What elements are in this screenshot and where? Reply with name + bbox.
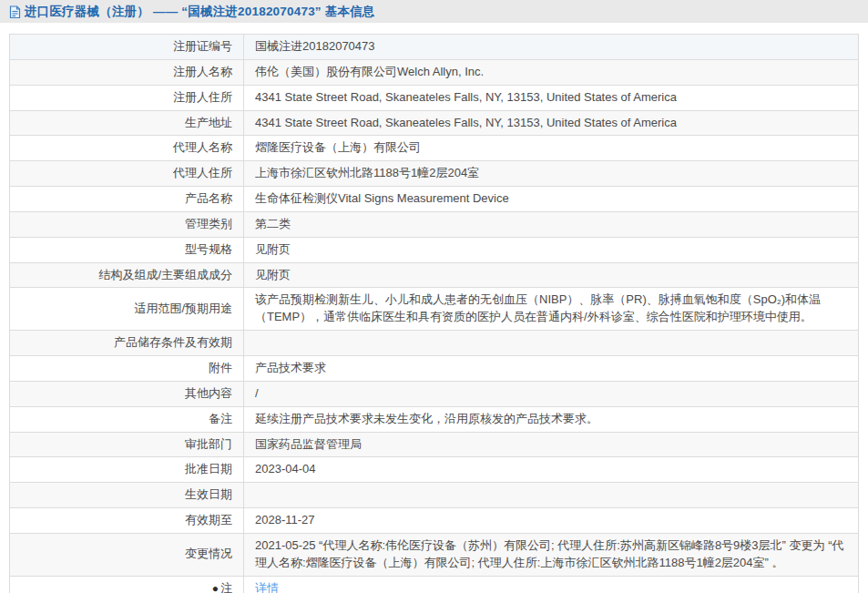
row-value: [244, 483, 859, 508]
row-label-note: ●注: [10, 576, 244, 593]
row-value: 产品技术要求: [244, 355, 859, 381]
row-label: 产品储存条件及有效期: [10, 331, 244, 356]
registration-info-table-wrap: 注册证编号 国械注进20182070473 注册人名称 伟伦（美国）股份有限公司…: [9, 34, 859, 593]
row-value: 伟伦（美国）股份有限公司Welch Allyn, Inc.: [244, 59, 859, 85]
row-value: 该产品预期检测新生儿、小儿和成人患者的无创血压（NIBP）、脉率（PR)、脉搏血…: [244, 288, 859, 331]
table-row: 结构及组成/主要组成成分 见附页: [10, 262, 859, 288]
row-label: 附件: [10, 355, 244, 381]
row-value: 第二类: [244, 211, 859, 237]
row-label: 注册证编号: [10, 35, 244, 60]
table-row: 其他内容 /: [10, 381, 859, 406]
row-label: 注册人名称: [10, 59, 244, 85]
row-value: 4341 State Street Road, Skaneateles Fall…: [244, 85, 859, 110]
registration-info-table: 注册证编号 国械注进20182070473 注册人名称 伟伦（美国）股份有限公司…: [9, 34, 859, 593]
row-value: 生命体征检测仪Vital Signs Measurement Device: [244, 187, 859, 212]
details-link[interactable]: 详情: [255, 581, 279, 593]
row-value: 见附页: [244, 262, 859, 288]
row-value: /: [244, 381, 859, 406]
row-value: 国家药品监督管理局: [244, 432, 859, 457]
table-row: 生效日期: [10, 483, 859, 508]
table-row: 型号规格 见附页: [10, 237, 859, 262]
row-label: 变更情况: [10, 533, 244, 576]
table-row: 附件 产品技术要求: [10, 355, 859, 381]
row-label: 代理人住所: [10, 161, 244, 187]
row-label: 注册人住所: [10, 85, 244, 110]
table-row: 代理人名称 熠隆医疗设备（上海）有限公司: [10, 136, 859, 161]
row-value: [244, 331, 859, 356]
table-row: 管理类别 第二类: [10, 211, 859, 237]
title-bar: 进口医疗器械（注册） —— “国械注进20182070473” 基本信息: [0, 0, 868, 23]
table-row: 适用范围/预期用途 该产品预期检测新生儿、小儿和成人患者的无创血压（NIBP）、…: [10, 288, 859, 331]
table-row: 有效期至 2028-11-27: [10, 508, 859, 534]
table-row: 生产地址 4341 State Street Road, Skaneateles…: [10, 110, 859, 136]
row-label: 适用范围/预期用途: [10, 288, 244, 331]
row-value: 上海市徐汇区钦州北路1188号1幢2层204室: [244, 161, 859, 187]
row-label: 批准日期: [10, 457, 244, 483]
row-label: 生产地址: [10, 110, 244, 136]
table-row-note: ●注 详情: [10, 576, 859, 593]
row-value: 国械注进20182070473: [244, 35, 859, 60]
row-value: 熠隆医疗设备（上海）有限公司: [244, 136, 859, 161]
row-value: 见附页: [244, 237, 859, 262]
row-value: 2021-05-25 “代理人名称:伟伦医疗设备（苏州）有限公司; 代理人住所:…: [244, 533, 859, 576]
table-row: 产品储存条件及有效期: [10, 331, 859, 356]
row-label: 生效日期: [10, 483, 244, 508]
note-pin-icon: ●: [212, 580, 219, 593]
row-label: 代理人名称: [10, 136, 244, 161]
row-label: 结构及组成/主要组成成分: [10, 262, 244, 288]
row-label: 管理类别: [10, 211, 244, 237]
row-value: 延续注册产品技术要求未发生变化，沿用原核发的产品技术要求。: [244, 406, 859, 432]
table-row: 审批部门 国家药品监督管理局: [10, 432, 859, 457]
document-icon: [9, 5, 21, 19]
row-label: 其他内容: [10, 381, 244, 406]
row-value: 2028-11-27: [244, 508, 859, 534]
row-value: 2023-04-04: [244, 457, 859, 483]
table-row: 注册人名称 伟伦（美国）股份有限公司Welch Allyn, Inc.: [10, 59, 859, 85]
row-label: 型号规格: [10, 237, 244, 262]
table-row: 代理人住所 上海市徐汇区钦州北路1188号1幢2层204室: [10, 161, 859, 187]
row-value: 4341 State Street Road, Skaneateles Fall…: [244, 110, 859, 136]
table-row: 批准日期 2023-04-04: [10, 457, 859, 483]
row-label: 审批部门: [10, 432, 244, 457]
row-label: 产品名称: [10, 187, 244, 212]
table-row: 变更情况 2021-05-25 “代理人名称:伟伦医疗设备（苏州）有限公司; 代…: [10, 533, 859, 576]
page-title: 进口医疗器械（注册） —— “国械注进20182070473” 基本信息: [25, 4, 375, 20]
table-row: 注册人住所 4341 State Street Road, Skaneatele…: [10, 85, 859, 110]
note-label: 注: [220, 581, 232, 593]
table-row: 注册证编号 国械注进20182070473: [10, 35, 859, 60]
row-label: 有效期至: [10, 508, 244, 534]
row-label: 备注: [10, 406, 244, 432]
row-value-note: 详情: [244, 576, 859, 593]
table-row: 产品名称 生命体征检测仪Vital Signs Measurement Devi…: [10, 187, 859, 212]
table-row: 备注 延续注册产品技术要求未发生变化，沿用原核发的产品技术要求。: [10, 406, 859, 432]
